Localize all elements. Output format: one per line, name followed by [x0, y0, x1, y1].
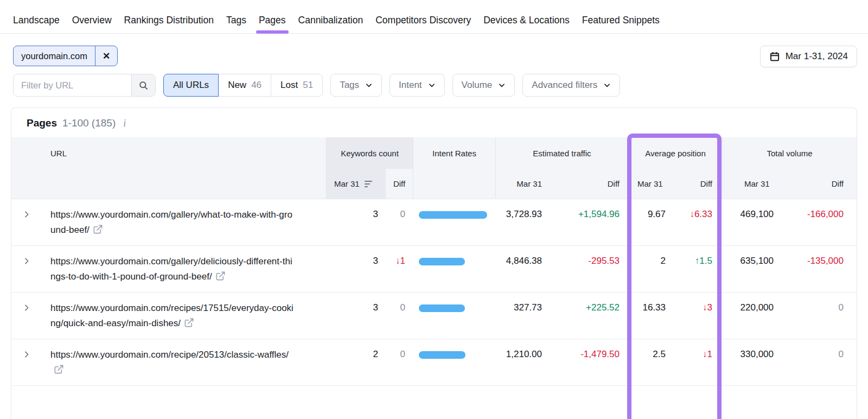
search-button[interactable] [131, 74, 155, 96]
position-cell: 9.67 [628, 199, 673, 245]
tab-pages[interactable]: Pages [259, 8, 286, 34]
volume-diff-cell: -135,000 [793, 246, 857, 292]
traffic-cell: 4,846.38 [495, 246, 548, 292]
volume-cell: 469,100 [722, 199, 793, 245]
tab-landscape[interactable]: Landscape [13, 8, 60, 34]
url-cell[interactable]: https://www.yourdomain.com/recipes/17515… [42, 293, 326, 339]
pages-panel: Pages 1-100 (185) i URL Keywords count I… [11, 107, 857, 419]
volume-diff-value: -135,000 [807, 256, 844, 266]
expand-row-icon[interactable] [22, 350, 31, 359]
traffic-diff-cell: -295.53 [548, 246, 628, 292]
volume-cell: 635,100 [722, 246, 793, 292]
segment-count: 46 [251, 80, 261, 91]
external-link-icon[interactable] [93, 224, 103, 234]
col-intent-rates[interactable]: Intent Rates [413, 137, 495, 169]
info-icon[interactable]: i [123, 118, 126, 129]
position-diff-value: ↓6.33 [690, 209, 712, 219]
date-range-button[interactable]: Mar 1-31, 2024 [760, 46, 857, 67]
chevron-down-icon [365, 81, 373, 89]
table-row: https://www.yourdomain.com/gallery/delic… [11, 246, 857, 293]
volume-diff-value: 0 [839, 302, 844, 313]
expand-row-icon[interactable] [22, 257, 31, 265]
subcol-traffic-date[interactable]: Mar 31 [495, 169, 548, 199]
dropdown-volume[interactable]: Volume [452, 74, 515, 97]
traffic-diff-cell: -1,479.50 [548, 339, 628, 385]
subcol-traffic-diff[interactable]: Diff [548, 169, 628, 199]
subcol-keywords-date[interactable]: Mar 31 [326, 169, 386, 199]
tab-rankings-distribution[interactable]: Rankings Distribution [124, 8, 214, 34]
traffic-cell: 3,728.93 [495, 199, 548, 245]
row-expander[interactable] [11, 339, 42, 385]
keywords-diff-cell: 0 [386, 199, 413, 245]
dropdown-label: Advanced filters [532, 80, 597, 91]
subcol-keywords-diff[interactable]: Diff [386, 169, 413, 199]
volume-diff-cell: 0 [793, 339, 857, 385]
url-text[interactable]: https://www.yourdomain.com/gallery/what-… [50, 210, 292, 235]
table-row: https://www.yourdomain.com/gallery/what-… [11, 199, 857, 246]
url-scope-segmented-control: All URLsNew46Lost51 [163, 74, 323, 97]
volume-diff-cell: 0 [793, 293, 857, 339]
position-cell: 2 [628, 246, 673, 292]
external-link-icon[interactable] [184, 318, 194, 328]
top-nav: LandscapeOverviewRankings DistributionTa… [0, 0, 868, 34]
row-expander[interactable] [11, 293, 42, 339]
traffic-diff-cell: +1,594.96 [548, 199, 628, 245]
col-total-volume[interactable]: Total volume [722, 137, 857, 169]
tab-competitors-discovery[interactable]: Competitors Discovery [375, 8, 471, 34]
col-average-position[interactable]: Average position [628, 137, 722, 169]
url-cell[interactable]: https://www.yourdomain.com/recipe/20513/… [42, 339, 326, 385]
tab-devices-locations[interactable]: Devices & Locations [483, 8, 570, 34]
url-filter-input[interactable] [14, 74, 131, 96]
subcol-position-diff[interactable]: Diff [673, 169, 722, 199]
sort-descending-icon[interactable] [365, 181, 372, 187]
panel-title: Pages [27, 117, 57, 129]
url-text[interactable]: https://www.yourdomain.com/recipes/17515… [50, 303, 293, 328]
calendar-icon [769, 51, 780, 62]
external-link-icon[interactable] [215, 271, 226, 281]
dropdown-label: Volume [462, 80, 493, 91]
url-cell[interactable]: https://www.yourdomain.com/gallery/delic… [42, 246, 326, 292]
col-estimated-traffic[interactable]: Estimated traffic [495, 137, 628, 169]
expand-row-icon[interactable] [22, 210, 31, 219]
intent-rate-bar [419, 304, 465, 312]
tab-cannibalization[interactable]: Cannibalization [298, 8, 363, 34]
url-cell[interactable]: https://www.yourdomain.com/gallery/what-… [42, 199, 326, 245]
tab-tags[interactable]: Tags [226, 8, 246, 34]
volume-cell: 220,000 [722, 293, 793, 339]
row-expander[interactable] [11, 199, 42, 245]
col-url[interactable]: URL [42, 137, 326, 169]
close-icon[interactable]: ✕ [95, 46, 117, 66]
external-link-icon[interactable] [54, 364, 64, 374]
tab-featured-snippets[interactable]: Featured Snippets [582, 8, 660, 34]
traffic-diff-cell: +225.52 [548, 293, 628, 339]
subcol-position-date[interactable]: Mar 31 [628, 169, 673, 199]
dropdown-intent[interactable]: Intent [390, 74, 445, 97]
url-text[interactable]: https://www.yourdomain.com/gallery/delic… [50, 256, 292, 282]
panel-header: Pages 1-100 (185) i [11, 108, 857, 137]
keywords-diff-cell: 0 [386, 293, 413, 339]
expand-row-icon[interactable] [22, 303, 31, 312]
segment-all-urls[interactable]: All URLs [163, 74, 219, 97]
keywords-diff-cell: ↓1 [386, 246, 413, 292]
position-diff-cell: ↓6.33 [673, 199, 722, 245]
subcol-volume-diff[interactable]: Diff [793, 169, 857, 199]
chevron-down-icon [498, 81, 506, 89]
segment-label: All URLs [173, 80, 209, 91]
intent-rate-bar [419, 258, 465, 265]
row-expander[interactable] [11, 246, 42, 292]
dropdown-label: Tags [340, 80, 359, 91]
segment-lost[interactable]: Lost51 [271, 74, 323, 97]
keywords-diff-value: ↓1 [395, 256, 405, 266]
subcol-volume-date[interactable]: Mar 31 [722, 169, 793, 199]
intent-rate-bar [419, 211, 487, 219]
tab-overview[interactable]: Overview [72, 8, 112, 34]
traffic-diff-value: -295.53 [588, 256, 620, 266]
segment-new[interactable]: New46 [218, 74, 271, 97]
dropdown-advanced-filters[interactable]: Advanced filters [522, 74, 620, 97]
segment-label: New [228, 80, 246, 91]
dropdown-tags[interactable]: Tags [330, 74, 382, 97]
url-text[interactable]: https://www.yourdomain.com/recipe/20513/… [50, 350, 289, 360]
position-diff-value: ↓1 [703, 349, 712, 359]
table-body: https://www.yourdomain.com/gallery/what-… [11, 199, 857, 386]
col-keywords-count[interactable]: Keywords count [326, 137, 413, 169]
